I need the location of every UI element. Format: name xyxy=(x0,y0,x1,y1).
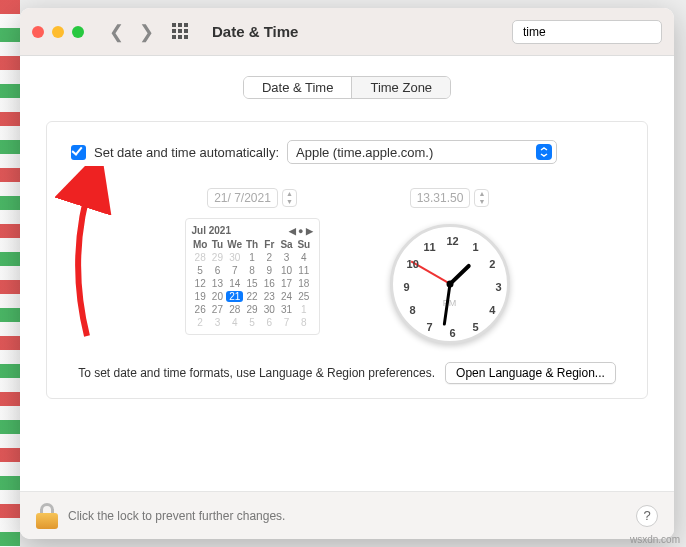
time-value: 13.31.50 xyxy=(410,188,471,208)
watermark: wsxdn.com xyxy=(630,534,680,545)
date-column: 21/ 7/2021 ▲▼ Jul 2021 ◀●▶ MoTuWeThFrSaS… xyxy=(185,188,320,344)
zoom-icon[interactable] xyxy=(72,26,84,38)
date-field[interactable]: 21/ 7/2021 ▲▼ xyxy=(207,188,297,208)
help-button[interactable]: ? xyxy=(636,505,658,527)
search-input[interactable] xyxy=(523,25,673,39)
date-stepper[interactable]: ▲▼ xyxy=(282,189,297,207)
settings-panel: Set date and time automatically: Apple (… xyxy=(46,121,648,399)
window-title: Date & Time xyxy=(212,23,298,40)
open-language-region-button[interactable]: Open Language & Region... xyxy=(445,362,616,384)
calendar-nav[interactable]: ◀●▶ xyxy=(289,226,312,236)
auto-set-checkbox[interactable] xyxy=(71,145,86,160)
show-all-icon[interactable] xyxy=(172,23,190,41)
preferences-window: ❮ ❯ Date & Time ✕ Date & Time Time Zone … xyxy=(20,8,674,539)
auto-set-label: Set date and time automatically: xyxy=(94,145,279,160)
date-value: 21/ 7/2021 xyxy=(207,188,278,208)
time-server-select[interactable]: Apple (time.apple.com.) xyxy=(287,140,557,164)
time-column: 13.31.50 ▲▼ PM 123456789101112 xyxy=(390,188,510,344)
time-server-value: Apple (time.apple.com.) xyxy=(296,145,433,160)
tab-date-time[interactable]: Date & Time xyxy=(244,77,352,98)
lock-icon[interactable] xyxy=(36,503,58,529)
dropdown-icon xyxy=(536,144,552,160)
format-hint: To set date and time formats, use Langua… xyxy=(78,366,435,380)
search-field[interactable]: ✕ xyxy=(512,20,662,44)
window-controls xyxy=(32,26,84,38)
tab-group: Date & Time Time Zone xyxy=(243,76,451,99)
tab-time-zone[interactable]: Time Zone xyxy=(351,77,450,98)
analog-clock: PM 123456789101112 xyxy=(390,224,510,344)
content-area: Date & Time Time Zone Set date and time … xyxy=(20,56,674,491)
minimize-icon[interactable] xyxy=(52,26,64,38)
back-button[interactable]: ❮ xyxy=(106,21,126,43)
time-stepper[interactable]: ▲▼ xyxy=(474,189,489,207)
background-decoration xyxy=(0,0,20,547)
titlebar: ❮ ❯ Date & Time ✕ xyxy=(20,8,674,56)
lock-bar: Click the lock to prevent further change… xyxy=(20,491,674,539)
calendar[interactable]: Jul 2021 ◀●▶ MoTuWeThFrSaSu2829301234567… xyxy=(185,218,320,335)
close-icon[interactable] xyxy=(32,26,44,38)
time-field[interactable]: 13.31.50 ▲▼ xyxy=(410,188,490,208)
forward-button[interactable]: ❯ xyxy=(136,21,156,43)
lock-text: Click the lock to prevent further change… xyxy=(68,509,285,523)
calendar-month: Jul 2021 xyxy=(192,225,231,236)
